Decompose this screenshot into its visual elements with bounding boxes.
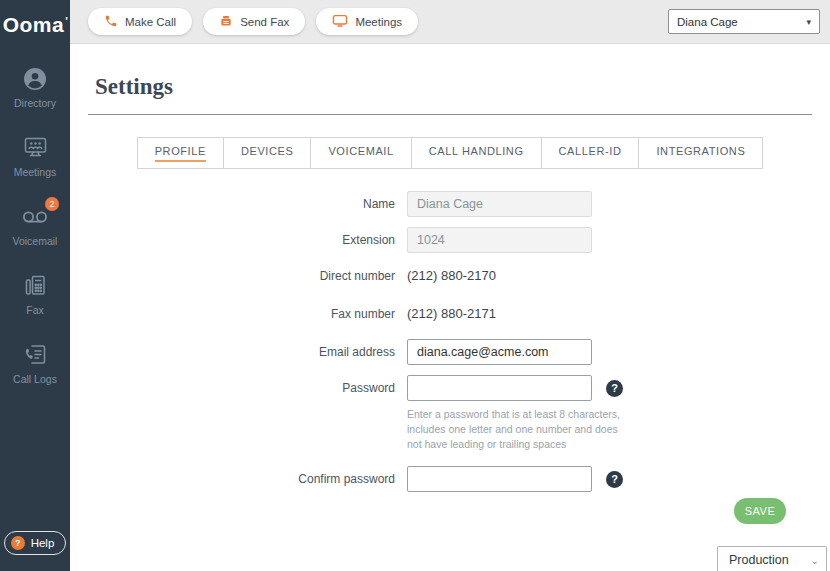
help-button[interactable]: ? Help [4, 531, 67, 555]
password-hint-line: not have leading or trailing spaces [407, 437, 667, 452]
tab-integrations[interactable]: INTEGRATIONS [639, 137, 763, 169]
meetings-button[interactable]: Meetings [316, 8, 418, 35]
help-button-label: Help [31, 537, 55, 549]
monitor-icon [332, 14, 348, 29]
tab-caller-id[interactable]: CALLER-ID [542, 137, 640, 169]
fax-number-row: Fax number (212) 880-2171 [230, 301, 830, 327]
extension-label: Extension [230, 233, 395, 247]
extension-row: Extension [230, 227, 830, 253]
name-row: Name [230, 191, 830, 217]
tab-label: CALL HANDLING [429, 145, 524, 157]
tab-label: VOICEMAIL [328, 145, 393, 157]
environment-select[interactable]: Production ⌄ [717, 546, 827, 571]
send-fax-button[interactable]: Send Fax [203, 8, 305, 35]
profile-form: Name Extension Direct number (212) 880-2… [230, 191, 830, 492]
confirm-password-help-icon[interactable]: ? [606, 471, 623, 488]
topbar: Make Call Send Fax Meetings Diana Cage ▾ [70, 0, 830, 44]
tab-label: DEVICES [241, 145, 294, 157]
send-fax-label: Send Fax [240, 16, 289, 28]
password-help-icon[interactable]: ? [606, 380, 623, 397]
sidebar-item-label: Call Logs [13, 373, 57, 385]
fax-number-value: (212) 880-2171 [407, 301, 496, 327]
ooma-logo: Ooma [3, 0, 68, 46]
help-icon: ? [11, 536, 25, 550]
sidebar-item-meetings[interactable]: Meetings [0, 127, 70, 185]
meetings-icon [22, 134, 49, 161]
email-label: Email address [230, 345, 395, 359]
password-hint-line: Enter a password that is at least 8 char… [407, 407, 667, 422]
password-hint: Enter a password that is at least 8 char… [407, 407, 667, 452]
meetings-label: Meetings [355, 16, 402, 28]
tab-label: PROFILE [155, 145, 206, 162]
user-select-value: Diana Cage [677, 16, 738, 28]
sidebar-item-label: Fax [26, 304, 44, 316]
confirm-password-field[interactable] [407, 466, 592, 492]
sidebar-item-label: Meetings [14, 166, 57, 178]
directory-icon [22, 65, 48, 92]
fax-machine-icon [219, 14, 233, 30]
sidebar-item-label: Directory [14, 97, 56, 109]
name-field [407, 191, 592, 217]
call-logs-icon [22, 341, 49, 368]
make-call-button[interactable]: Make Call [88, 8, 192, 35]
direct-number-value: (212) 880-2170 [407, 263, 496, 289]
voicemail-badge: 2 [45, 197, 59, 211]
tab-voicemail[interactable]: VOICEMAIL [311, 137, 411, 169]
tab-profile[interactable]: PROFILE [137, 137, 224, 169]
sidebar-item-voicemail[interactable]: 2 Voicemail [0, 196, 70, 254]
password-hint-line: includes one letter and one number and d… [407, 422, 667, 437]
confirm-password-row: Confirm password ? [230, 466, 830, 492]
tab-label: CALLER-ID [559, 145, 622, 157]
fax-icon [22, 272, 49, 299]
main-content: Settings PROFILE DEVICES VOICEMAIL CALL … [70, 44, 830, 571]
password-label: Password [230, 381, 395, 395]
extension-field [407, 227, 592, 253]
tab-bar: PROFILE DEVICES VOICEMAIL CALL HANDLING … [70, 137, 830, 169]
user-select[interactable]: Diana Cage ▾ [668, 9, 820, 34]
email-field[interactable] [407, 339, 592, 365]
password-row: Password ? [230, 375, 830, 401]
sidebar-item-call-logs[interactable]: Call Logs [0, 334, 70, 392]
sidebar-nav: Directory Meetings [0, 58, 70, 403]
sidebar-item-label: Voicemail [13, 235, 58, 247]
chevron-down-icon: ⌄ [811, 555, 819, 566]
sidebar: Ooma Directory [0, 0, 70, 571]
direct-number-label: Direct number [230, 269, 395, 283]
tab-label: INTEGRATIONS [656, 145, 745, 157]
select-arrow-icon: ▾ [806, 17, 811, 27]
voicemail-icon: 2 [21, 203, 49, 230]
name-label: Name [230, 197, 395, 211]
app-window: Ooma Directory [0, 0, 830, 571]
fax-number-label: Fax number [230, 307, 395, 321]
environment-select-value: Production [729, 553, 789, 567]
phone-icon [104, 14, 118, 30]
confirm-password-label: Confirm password [230, 472, 395, 486]
save-button[interactable]: SAVE [734, 498, 786, 524]
sidebar-item-fax[interactable]: Fax [0, 265, 70, 323]
sidebar-item-directory[interactable]: Directory [0, 58, 70, 116]
tab-devices[interactable]: DEVICES [224, 137, 312, 169]
email-row: Email address [230, 339, 830, 365]
tab-call-handling[interactable]: CALL HANDLING [412, 137, 542, 169]
make-call-label: Make Call [125, 16, 176, 28]
title-divider [88, 114, 812, 115]
password-field[interactable] [407, 375, 592, 401]
page-title: Settings [95, 74, 830, 100]
direct-number-row: Direct number (212) 880-2170 [230, 263, 830, 289]
